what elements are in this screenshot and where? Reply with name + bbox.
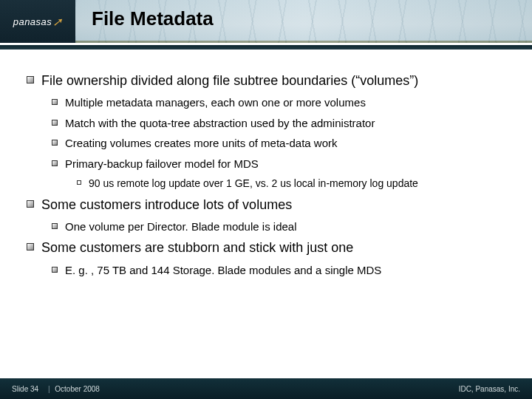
slide-title: File Metadata [92, 7, 214, 30]
bullet-text: E. g. , 75 TB and 144 Storage. Blade mod… [65, 263, 505, 278]
slide-body: File ownership divided along file subtre… [0, 66, 532, 277]
bullet-text: 90 us remote log update over 1 GE, vs. 2… [89, 177, 505, 190]
bullet-level1: Some customers are stubborn and stick wi… [27, 239, 505, 256]
bullet-icon [52, 140, 58, 146]
slide: panasas➚ File Metadata File ownership di… [0, 0, 532, 399]
bullet-level2: Primary-backup failover model for MDS [52, 157, 505, 171]
bullet-text: Match with the quota-tree abstraction us… [65, 116, 505, 131]
bullet-icon [52, 267, 58, 273]
footer-left: Slide 34 | October 2008 [12, 385, 103, 393]
bullet-level2: Creating volumes creates more units of m… [52, 136, 505, 151]
bullet-text: Some customers are stubborn and stick wi… [41, 239, 505, 256]
bullet-text: Creating volumes creates more units of m… [65, 136, 505, 151]
footer-date: October 2008 [55, 385, 100, 393]
bullet-level1: File ownership divided along file subtre… [27, 72, 505, 89]
footer: Slide 34 | October 2008 IDC, Panasas, In… [0, 378, 532, 399]
header: panasas➚ File Metadata [0, 0, 532, 43]
bullet-level2: Match with the quota-tree abstraction us… [52, 116, 505, 131]
separator-icon: | [48, 385, 50, 393]
footer-credit: IDC, Panasas, Inc. [459, 385, 520, 393]
logo-swoosh-icon: ➚ [52, 15, 62, 29]
bullet-text: One volume per Director. Blade module is… [65, 219, 505, 234]
bullet-text: Some customers introduce lots of volumes [41, 197, 505, 214]
bullet-level2: One volume per Director. Blade module is… [52, 219, 505, 234]
bullet-icon [52, 160, 58, 166]
bullet-text: Primary-backup failover model for MDS [65, 157, 505, 171]
bullet-icon [27, 243, 34, 250]
bullet-level2: Multiple metadata managers, each own one… [52, 95, 505, 110]
bullet-icon [52, 120, 58, 126]
bullet-level2: E. g. , 75 TB and 144 Storage. Blade mod… [52, 263, 505, 278]
bullet-icon [52, 99, 58, 105]
bullet-level1: Some customers introduce lots of volumes [27, 197, 505, 214]
bullet-text: File ownership divided along file subtre… [41, 72, 505, 89]
bullet-icon [27, 200, 34, 208]
logo: panasas➚ [0, 0, 75, 43]
header-rule [0, 45, 532, 50]
bullet-icon [52, 223, 58, 229]
bullet-text: Multiple metadata managers, each own one… [65, 95, 505, 110]
bullet-level3: 90 us remote log update over 1 GE, vs. 2… [77, 177, 505, 190]
bullet-icon [77, 180, 81, 185]
bullet-icon [27, 76, 34, 83]
logo-text: panasas [13, 16, 52, 27]
slide-number: Slide 34 [12, 385, 38, 393]
